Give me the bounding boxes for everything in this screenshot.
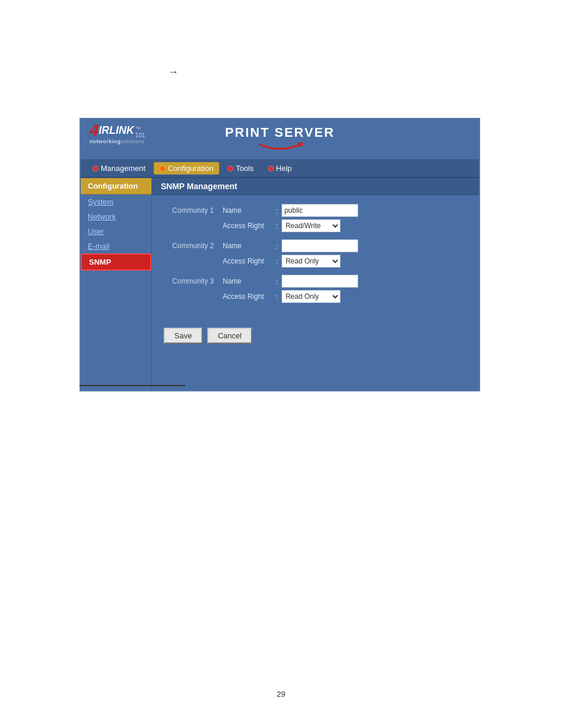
sidebar-item-email[interactable]: E-mail	[81, 239, 151, 253]
nav-dot-configuration	[160, 166, 166, 172]
button-row: Save Cancel	[152, 319, 479, 355]
sidebar-item-system[interactable]: System	[81, 195, 151, 209]
colon-3: :	[276, 277, 278, 286]
logo-101: ™101	[135, 126, 146, 139]
community-3-name-label: Name	[223, 277, 276, 285]
community-1-label: Community 1	[164, 206, 223, 215]
community-3-access-row: Access Right : Read/Write Read Only No A…	[164, 290, 467, 303]
community-1-name-row: Community 1 Name :	[164, 204, 467, 217]
logo: 4 IRLINK ™101	[90, 122, 145, 139]
community-2-access-row: Access Right : Read/Write Read Only No A…	[164, 255, 467, 268]
window-header: 4 IRLINK ™101 networkingsolutions Print …	[81, 119, 479, 160]
community-3-access-select[interactable]: Read/Write Read Only No Access	[282, 290, 340, 303]
community-3-label: Community 3	[164, 277, 223, 285]
logo-4: 4	[90, 122, 99, 139]
sidebar-item-network[interactable]: Network	[81, 209, 151, 224]
nav-management[interactable]: Management	[87, 162, 151, 174]
panel-header: SNMP Management	[152, 178, 479, 195]
nav-help[interactable]: Help	[262, 162, 298, 174]
colon-3a: :	[276, 292, 278, 301]
community-1-access-select[interactable]: Read/Write Read Only No Access	[282, 219, 340, 232]
logo-networking: networkingsolutions	[90, 139, 144, 144]
community-2-access-select[interactable]: Read/Write Read Only No Access	[282, 255, 340, 268]
nav-configuration-label: Configuration	[168, 164, 213, 173]
colon-1a: :	[276, 222, 278, 230]
community-1-access-row: Access Right : Read/Write Read Only No A…	[164, 219, 467, 232]
sidebar-header: Configuration	[81, 178, 151, 195]
colon-2a: :	[276, 257, 278, 266]
community-2-name-input[interactable]	[282, 239, 358, 252]
svg-point-0	[298, 142, 303, 147]
community-3-name-input[interactable]	[282, 275, 358, 288]
community-3-access-label: Access Right	[223, 292, 276, 301]
community-2-label: Community 2	[164, 242, 223, 250]
colon-1: :	[276, 206, 278, 215]
logo-irlink: IRLINK	[99, 124, 134, 137]
nav-dot-tools	[227, 166, 233, 172]
community-1-access-label: Access Right	[223, 222, 276, 230]
save-button[interactable]: Save	[164, 328, 203, 344]
content-area: Configuration System Network User E-mail…	[81, 178, 479, 390]
community-3-section: Community 3 Name : Access Right : Read/W…	[164, 275, 467, 303]
print-server-title: Print Server	[225, 125, 335, 153]
form-area: Community 1 Name : Access Right : Read/W…	[152, 195, 479, 319]
nav-configuration[interactable]: Configuration	[154, 162, 219, 174]
nav-management-label: Management	[101, 164, 146, 173]
nav-dot-management	[92, 166, 98, 172]
nav-help-label: Help	[276, 164, 292, 173]
community-1-section: Community 1 Name : Access Right : Read/W…	[164, 204, 467, 232]
navbar: Management Configuration Tools Help	[81, 160, 479, 178]
sidebar-item-snmp[interactable]: SNMP	[81, 253, 151, 271]
nav-tools-label: Tools	[236, 164, 253, 173]
colon-2: :	[276, 242, 278, 251]
nav-dot-help	[268, 166, 274, 172]
bottom-line	[80, 385, 186, 386]
community-2-access-label: Access Right	[223, 257, 276, 265]
nav-tools[interactable]: Tools	[222, 162, 259, 174]
cancel-button[interactable]: Cancel	[207, 328, 252, 344]
main-panel: SNMP Management Community 1 Name : Acces…	[151, 178, 479, 390]
community-1-name-input[interactable]	[282, 204, 358, 217]
page-number: 29	[277, 690, 285, 699]
ui-window: 4 IRLINK ™101 networkingsolutions Print …	[80, 118, 480, 391]
logo-curve-svg	[256, 141, 303, 153]
community-2-name-row: Community 2 Name :	[164, 239, 467, 252]
app-title: Print Server	[225, 125, 335, 140]
sidebar-item-user[interactable]: User	[81, 224, 151, 239]
community-1-name-label: Name	[223, 206, 276, 215]
arrow-indicator: →	[168, 66, 178, 78]
sidebar: Configuration System Network User E-mail…	[81, 178, 151, 390]
community-3-name-row: Community 3 Name :	[164, 275, 467, 288]
community-2-name-label: Name	[223, 242, 276, 250]
community-2-section: Community 2 Name : Access Right : Read/W…	[164, 239, 467, 268]
logo-area: 4 IRLINK ™101 networkingsolutions	[90, 122, 145, 144]
